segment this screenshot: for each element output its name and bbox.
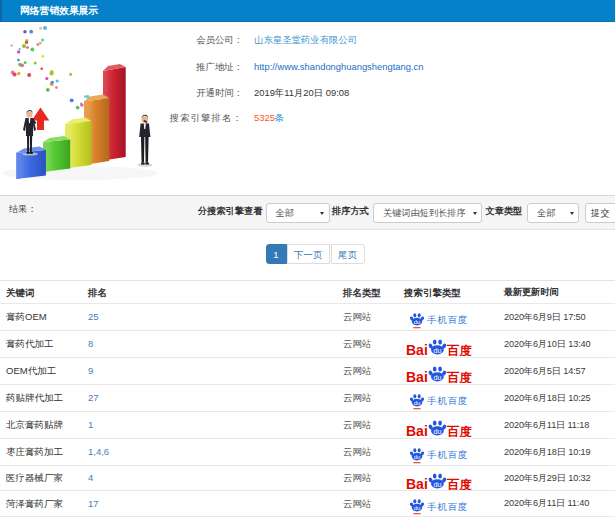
svg-text:百度: 百度 (446, 425, 473, 437)
svg-text:du: du (433, 426, 441, 435)
svg-text:du: du (433, 345, 441, 354)
svg-text:百度: 百度 (446, 371, 473, 383)
svg-text:百度: 百度 (446, 478, 473, 490)
svg-text:du: du (433, 479, 441, 488)
svg-text:Bai: Bai (406, 342, 428, 356)
svg-text:Bai: Bai (406, 369, 428, 383)
svg-text:du: du (414, 399, 420, 405)
svg-text:du: du (414, 318, 420, 324)
svg-text:Bai: Bai (406, 423, 428, 437)
svg-text:百度: 百度 (446, 344, 473, 356)
svg-text:du: du (414, 453, 420, 459)
svg-text:du: du (433, 372, 441, 381)
svg-text:du: du (414, 505, 420, 511)
svg-text:Bai: Bai (406, 476, 428, 490)
